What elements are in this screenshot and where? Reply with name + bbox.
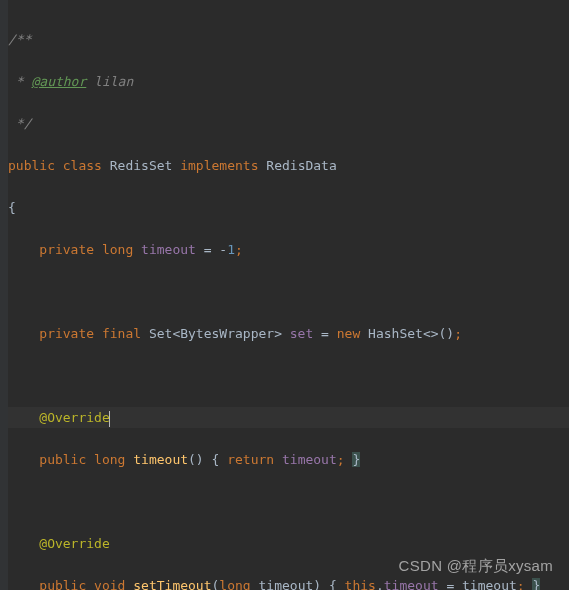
code-line[interactable]: { — [8, 197, 569, 218]
code-line[interactable]: * @author lilan — [8, 71, 569, 92]
code-line[interactable] — [8, 491, 569, 512]
code-editor[interactable]: /** * @author lilan */ public class Redi… — [0, 0, 569, 590]
code-line[interactable]: */ — [8, 113, 569, 134]
author-tag: @author — [31, 74, 86, 89]
doc-star: * — [8, 74, 31, 89]
code-line-current[interactable]: @Override — [8, 407, 569, 428]
code-line[interactable]: /** — [8, 29, 569, 50]
code-line[interactable]: public long timeout() { return timeout; … — [8, 449, 569, 470]
watermark-text: CSDN @程序员xysam — [399, 557, 553, 576]
doc-open: /** — [8, 32, 31, 47]
doc-close: */ — [8, 116, 31, 131]
code-line[interactable]: private final Set<BytesWrapper> set = ne… — [8, 323, 569, 344]
code-line[interactable]: public class RedisSet implements RedisDa… — [8, 155, 569, 176]
code-line[interactable] — [8, 281, 569, 302]
author-name: lilan — [86, 74, 133, 89]
code-line[interactable]: public void setTimeout(long timeout) { t… — [8, 575, 569, 590]
code-line[interactable] — [8, 365, 569, 386]
code-line[interactable]: private long timeout = -1; — [8, 239, 569, 260]
code-line[interactable]: @Override — [8, 533, 569, 554]
editor-gutter — [0, 0, 8, 590]
text-caret — [109, 411, 110, 427]
